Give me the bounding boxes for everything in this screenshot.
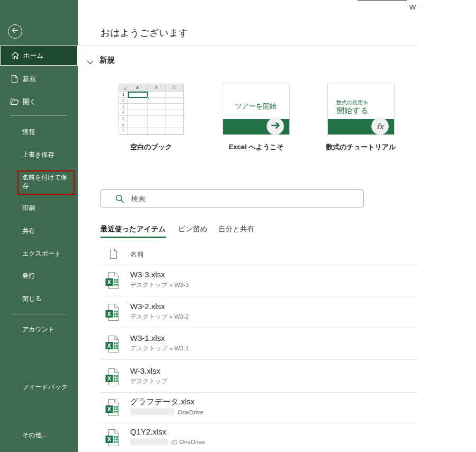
- sheet-cell: [128, 104, 148, 110]
- template-caption-welcome[interactable]: Excel へようこそ: [217, 142, 295, 152]
- sheet-cell: [166, 104, 184, 110]
- chevron-down-icon: [87, 58, 94, 62]
- file-name: W-3.xlsx: [130, 366, 160, 375]
- arrow-right-icon: [271, 122, 280, 131]
- sheet-cell: [166, 128, 184, 134]
- home-icon: [11, 51, 20, 60]
- divider: [78, 45, 418, 46]
- sidebar: ホーム 新規 開く 情報 上書き保存 名前を付けて保存 印刷 共有 エクスポート…: [0, 0, 78, 452]
- sidebar-item-export[interactable]: エクスポート: [22, 249, 72, 258]
- svg-text:X: X: [107, 436, 112, 442]
- document-icon: [109, 248, 118, 261]
- file-path: デスクトップ » W3-3: [130, 281, 189, 289]
- sidebar-item-label: 新規: [23, 75, 36, 84]
- back-button[interactable]: [8, 24, 22, 39]
- sheet-cell: [128, 122, 148, 129]
- sheet-cell: [148, 116, 166, 122]
- excel-backstage: ホーム 新規 開く 情報 上書き保存 名前を付けて保存 印刷 共有 エクスポート…: [0, 0, 476, 452]
- sidebar-item-info[interactable]: 情報: [22, 128, 72, 136]
- open-folder-icon: [10, 97, 19, 106]
- sheet-cell: [166, 110, 184, 116]
- template-blank-workbook[interactable]: ABC1234567: [118, 84, 184, 135]
- window-title-letter: W: [409, 3, 416, 11]
- sheet-cell: [128, 110, 148, 116]
- file-list-header: 名前: [100, 247, 144, 263]
- svg-text:X: X: [107, 375, 112, 382]
- sidebar-divider: [11, 314, 67, 314]
- tab-pinned[interactable]: ピン留め: [178, 224, 207, 234]
- sheet-cell: [148, 104, 166, 110]
- sheet-cell: [166, 122, 184, 129]
- a1-fill-handle: [147, 97, 149, 99]
- sidebar-divider: [11, 115, 67, 116]
- sheet-row-header: 2: [119, 98, 128, 104]
- template-welcome-tour[interactable]: ツアーを開始: [223, 84, 290, 135]
- sheet-cell: [128, 98, 148, 104]
- sidebar-item-options[interactable]: その他...: [22, 431, 72, 439]
- new-document-icon: [10, 75, 19, 84]
- sidebar-item-save[interactable]: 上書き保存: [22, 150, 72, 159]
- name-column-header[interactable]: 名前: [130, 250, 144, 259]
- sheet-cell: [148, 98, 166, 104]
- sheet-row-header: 4: [119, 110, 128, 116]
- sheet-cell: [128, 128, 148, 134]
- sidebar-item-account[interactable]: アカウント: [22, 325, 72, 333]
- formula-preview-line1: 数式の使用を: [336, 99, 368, 106]
- svg-text:X: X: [107, 311, 112, 317]
- new-section-header[interactable]: 新規: [87, 55, 115, 65]
- search-box[interactable]: [100, 189, 364, 207]
- fx-circle-badge: fx: [371, 117, 389, 135]
- file-row[interactable]: X W-3.xlsx デスクトップ: [100, 361, 418, 393]
- sidebar-item-save-as[interactable]: 名前を付けて保存: [22, 173, 72, 190]
- tour-start-text: ツアーを開始: [235, 102, 277, 111]
- excel-file-icon: X: [105, 303, 120, 323]
- file-row[interactable]: X Q1Y2.xlsx の OneDrive: [100, 422, 418, 452]
- redacted-text-block: [130, 438, 168, 445]
- file-path: デスクトップ » W3-1: [130, 345, 189, 352]
- file-name: W3-2.xlsx: [130, 302, 165, 311]
- excel-file-icon: X: [105, 335, 120, 355]
- sidebar-item-open[interactable]: 開く: [0, 92, 78, 112]
- file-path: の OneDrive: [130, 438, 205, 446]
- sheet-cell: [166, 116, 184, 122]
- file-row[interactable]: X W3-3.xlsx デスクトップ » W3-3: [100, 265, 418, 296]
- file-name: グラフデータ.xlsx: [130, 397, 195, 407]
- sheet-cell: [148, 92, 166, 98]
- sheet-cell: [148, 122, 166, 129]
- sidebar-item-close[interactable]: 閉じる: [22, 294, 72, 303]
- template-formula-tutorial[interactable]: 数式の使用を 開始する fx: [327, 84, 395, 135]
- tab-shared-with-me[interactable]: 自分と共有: [218, 224, 254, 234]
- sheet-row-header: 5: [119, 116, 128, 122]
- sidebar-item-home[interactable]: ホーム: [0, 46, 78, 66]
- sheet-cell: [166, 98, 184, 104]
- template-caption-formula[interactable]: 数式のチュートリアル: [317, 142, 405, 152]
- excel-file-icon: X: [105, 272, 120, 292]
- template-caption-blank[interactable]: 空白のブック: [118, 142, 184, 152]
- tab-recent[interactable]: 最近使ったアイテム: [100, 224, 166, 234]
- redacted-text-block: [130, 408, 175, 415]
- sheet-row-header: 6: [119, 122, 128, 129]
- active-tab-underline: [100, 237, 166, 238]
- back-arrow-icon: [11, 26, 19, 37]
- search-input[interactable]: [131, 195, 363, 203]
- sidebar-item-share[interactable]: 共有: [22, 227, 72, 235]
- sheet-row-header: 3: [119, 104, 128, 110]
- file-row[interactable]: X W3-1.xlsx デスクトップ » W3-1: [100, 328, 418, 360]
- sidebar-item-publish[interactable]: 発行: [22, 272, 72, 280]
- sheet-cell: [148, 110, 166, 116]
- svg-text:X: X: [107, 342, 112, 349]
- file-row[interactable]: X グラフデータ.xlsx OneDrive: [100, 392, 418, 423]
- window-title-fragment: [358, 0, 407, 1]
- sidebar-item-label: 開く: [23, 97, 36, 106]
- sheet-col-header: B: [148, 84, 166, 92]
- file-name: Q1Y2.xlsx: [130, 427, 166, 436]
- fx-icon: fx: [377, 122, 383, 131]
- sidebar-item-print[interactable]: 印刷: [22, 204, 72, 212]
- excel-file-icon: X: [105, 429, 120, 449]
- file-row[interactable]: X W3-2.xlsx デスクトップ » W3-2: [100, 296, 418, 328]
- sheet-row-header: 7: [119, 128, 128, 134]
- new-section-title: 新規: [99, 55, 115, 65]
- sidebar-item-feedback[interactable]: フィードバック: [22, 383, 72, 391]
- sidebar-item-new[interactable]: 新規: [0, 69, 78, 89]
- formula-preview-line2: 開始する: [336, 106, 369, 116]
